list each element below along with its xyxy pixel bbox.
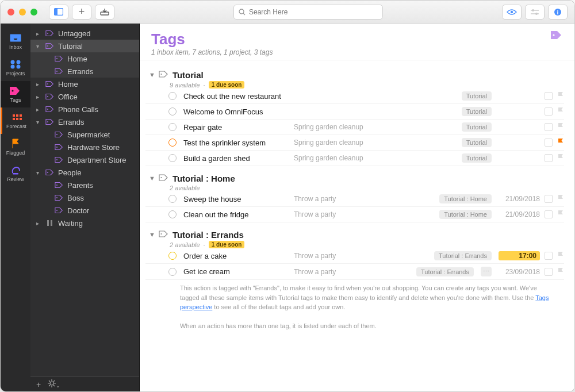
status-circle[interactable] [168,92,177,100]
zoom-window[interactable] [30,9,37,16]
sidebar-item[interactable]: ▸ Home [30,78,139,90]
action-row[interactable]: Check out the new restaurant Tutorial [145,89,564,104]
add-button[interactable]: + [72,5,91,20]
disclosure-right-icon: ▸ [36,81,42,87]
inbox-icon [100,8,109,16]
flag-icon[interactable] [557,210,564,218]
sidebar-item[interactable]: ▾ People [30,166,139,179]
svg-point-13 [17,60,21,64]
note-icon[interactable] [545,92,553,100]
status-circle[interactable] [168,154,177,162]
action-tag-pill: Tutorial : Errands [434,251,492,260]
rail-tags[interactable]: Tags [1,81,30,107]
rail-inbox[interactable]: Inbox [1,28,30,55]
cleanup-button[interactable] [95,5,114,20]
disclosure-right-icon: ▸ [36,94,42,100]
inspector-button[interactable]: i [548,5,568,20]
status-circle[interactable] [168,139,177,147]
action-row[interactable]: Get ice cream Throw a party Tutorial : E… [145,264,564,280]
note-icon[interactable] [545,195,553,203]
note-icon[interactable] [545,210,553,218]
note-icon[interactable] [545,107,553,116]
action-tag-pill: Tutorial : Home [439,210,492,219]
group-header[interactable]: ▼ Tutorial : Home [145,166,564,185]
sidebar-item[interactable]: Supermarket [30,128,139,141]
sidebar-item[interactable]: ▸ Office [30,90,139,103]
status-circle[interactable] [168,210,177,218]
action-row[interactable]: Test the sprinkler system Spring garden … [145,135,564,151]
minimize-window[interactable] [19,9,26,16]
toggle-sidebar-button[interactable] [49,5,68,20]
note-icon[interactable] [545,252,553,260]
status-circle[interactable] [168,107,177,116]
settings-button[interactable]: ⌄ [48,379,60,389]
add-tag-button[interactable]: + [36,380,41,389]
sidebar-item[interactable]: Home [30,52,139,65]
page-title: Tags [151,30,273,48]
action-row[interactable]: Welcome to OmniFocus Tutorial [145,104,564,120]
sidebar: ▸ Untagged ▾ Tutorial Home Errands ▸ Hom… [30,24,140,391]
group-header[interactable]: ▼ Tutorial [145,63,564,81]
rail-projects[interactable]: Projects [1,55,30,81]
sidebar-item[interactable]: ▸ Phone Calls [30,103,139,116]
action-row[interactable]: Order a cake Throw a party Tutorial : Er… [145,248,564,264]
sidebar-item[interactable]: ▸ Untagged [30,27,139,40]
focus-button[interactable] [525,5,545,20]
flag-icon[interactable] [557,123,564,131]
status-circle[interactable] [168,123,177,131]
action-row[interactable]: Repair gate Spring garden cleanup Tutori… [145,120,564,135]
action-title: Build a garden shed [183,154,287,163]
sidebar-item[interactable]: Doctor [30,204,139,217]
svg-point-36 [56,185,57,186]
rail-forecast[interactable]: Forecast [1,107,30,134]
svg-rect-23 [13,173,18,175]
sidebar-item[interactable]: ▾ Tutorial [30,40,139,52]
sidebar-item-label: Home [67,55,87,63]
sidebar-item[interactable]: Hardware Store [30,141,139,153]
group-title: Tutorial [172,70,204,80]
search-field[interactable] [233,5,383,20]
sidebar-item[interactable]: Department Store [30,153,139,166]
note-icon[interactable] [545,154,553,162]
flag-icon[interactable] [557,252,564,260]
flag-icon[interactable] [557,92,564,100]
svg-point-28 [47,83,48,84]
group-header[interactable]: ▼ Tutorial : Errands [145,222,564,241]
view-button[interactable] [502,5,522,20]
sidebar-item[interactable]: ▸ Waiting [30,217,139,229]
action-tag-pill: Tutorial : Errands [416,267,474,276]
rail-flagged[interactable]: Flagged [1,134,30,160]
flag-icon[interactable] [557,139,564,147]
search-input[interactable] [249,8,378,16]
plus-icon: + [79,6,85,18]
flag-icon[interactable] [557,195,564,203]
svg-point-30 [47,109,48,110]
sidebar-item-label: Home [58,80,78,89]
flag-icon[interactable] [557,268,564,276]
status-circle[interactable] [168,252,177,260]
sidebar-item[interactable]: Errands [30,65,139,78]
note-icon[interactable] [545,268,553,276]
action-project: Spring garden cleanup [294,154,455,162]
status-circle[interactable] [168,195,177,203]
sidebar-item[interactable]: Boss [30,191,139,204]
action-row[interactable]: Sweep the house Throw a party Tutorial :… [145,191,564,207]
close-window[interactable] [7,9,14,16]
action-tag-pill: Tutorial [462,91,492,101]
sidebar-item[interactable]: ▾ Errands [30,116,139,128]
sidebar-list: ▸ Untagged ▾ Tutorial Home Errands ▸ Hom… [30,24,139,376]
sidebar-item[interactable]: Parents [30,179,139,191]
action-row[interactable]: Build a garden shed Spring garden cleanu… [145,151,564,166]
note-icon[interactable] [545,123,553,131]
action-tag-pill: Tutorial : Home [439,194,492,203]
sidebar-item-label: Boss [67,194,84,202]
flag-icon[interactable] [557,154,564,162]
rail-review[interactable]: Review [1,160,30,187]
tags-perspective-link[interactable]: Tags perspective [180,294,549,311]
svg-point-52 [160,177,162,178]
flag-icon[interactable] [557,107,564,116]
note-icon[interactable] [545,139,553,147]
action-row[interactable]: Clean out the fridge Throw a party Tutor… [145,207,564,222]
status-circle[interactable] [168,268,177,276]
more-tags-pill[interactable]: ⋯ [481,267,492,276]
